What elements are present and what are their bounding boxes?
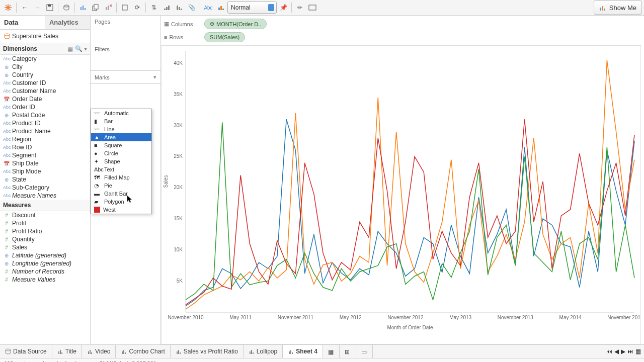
field-longitude-generated-[interactable]: ⊕Longitude (generated)	[0, 259, 90, 267]
tab-icon	[176, 348, 182, 354]
field-profit-ratio[interactable]: #Profit Ratio	[0, 227, 90, 235]
save-icon[interactable]	[44, 2, 56, 14]
svg-rect-19	[177, 6, 178, 10]
field-product-name[interactable]: AbcProduct Name	[0, 127, 90, 135]
field-postal-code[interactable]: ⊕Postal Code	[0, 111, 90, 119]
field-quantity[interactable]: #Quantity	[0, 235, 90, 243]
datasource-item[interactable]: Superstore Sales	[0, 30, 90, 43]
sort-asc-icon[interactable]	[160, 2, 173, 14]
new-worksheet-icon[interactable]	[77, 2, 89, 14]
field-customer-id[interactable]: AbcCustomer ID	[0, 79, 90, 87]
field-city[interactable]: ⊕City	[0, 63, 90, 71]
last-tab-icon[interactable]: ⏭	[627, 348, 633, 355]
new-sheet-button[interactable]: ▦	[323, 345, 340, 358]
presentation-icon[interactable]	[306, 2, 318, 14]
sheet-tab-combo-chart[interactable]: Combo Chart	[116, 345, 170, 358]
tab-icon	[5, 348, 11, 354]
tab-data[interactable]: Data	[0, 16, 45, 29]
duplicate-sheet-icon[interactable]	[90, 2, 102, 14]
viz-area: ▦Columns ⊕MONTH(Order D.. ≡Rows SUM(Sale…	[161, 16, 644, 344]
field-sub-category[interactable]: AbcSub-Category	[0, 184, 90, 192]
tab-grid-icon[interactable]: ▦	[635, 348, 641, 355]
field-order-id[interactable]: AbcOrder ID	[0, 103, 90, 111]
field-row-id[interactable]: AbcRow ID	[0, 143, 90, 151]
back-icon[interactable]: ←	[19, 2, 31, 14]
field-country[interactable]: ⊕Country	[0, 71, 90, 79]
new-story-button[interactable]: ▭	[356, 345, 373, 358]
field-customer-name[interactable]: AbcCustomer Name	[0, 87, 90, 95]
filters-shelf[interactable]: Filters	[91, 43, 160, 55]
marks-option-polygon[interactable]: ▰Polygon	[91, 198, 151, 206]
svg-rect-7	[80, 7, 82, 10]
autoupdate-icon[interactable]	[119, 2, 131, 14]
pin-icon[interactable]: 📌	[277, 2, 289, 14]
marks-option-pie[interactable]: ◔Pie	[91, 182, 151, 190]
run-icon[interactable]: ⟳	[131, 2, 143, 14]
field-state[interactable]: ⊕State	[0, 175, 90, 184]
marks-option-circle[interactable]: ●Circle	[91, 149, 151, 157]
swap-icon[interactable]: ⇅	[148, 2, 160, 14]
field-segment[interactable]: AbcSegment	[0, 151, 90, 159]
sheet-tab-sheet-4[interactable]: Sheet 4	[283, 345, 323, 358]
sort-desc-icon[interactable]	[173, 2, 185, 14]
tableau-logo-icon[interactable]	[2, 2, 14, 14]
sheet-tab-sales-vs-profit-ratio[interactable]: Sales vs Profit Ratio	[171, 345, 244, 358]
svg-rect-53	[60, 350, 61, 354]
sheet-tab-video[interactable]: Video	[82, 345, 116, 358]
marks-option-square[interactable]: ■Square	[91, 141, 151, 149]
rows-pill[interactable]: SUM(Sales)	[204, 32, 245, 42]
tab-nav: ⏮ ◀ ▶ ⏭ ▦	[603, 345, 644, 358]
marks-option-filled-map[interactable]: 🗺Filled Map	[91, 173, 151, 182]
region-west-chip[interactable]: West	[91, 206, 151, 214]
marks-option-line[interactable]: 〰Line	[91, 125, 151, 133]
group-icon[interactable]: 📎	[186, 2, 198, 14]
marks-option-shape[interactable]: ✦Shape	[91, 157, 151, 165]
columns-pill[interactable]: ⊕MONTH(Order D..	[204, 19, 267, 29]
forward-icon[interactable]: →	[31, 2, 43, 14]
prev-tab-icon[interactable]: ◀	[614, 348, 619, 355]
sheet-tab-data-source[interactable]: Data Source	[0, 345, 52, 358]
sheet-tab-lollipop[interactable]: Lollipop	[244, 345, 283, 358]
marks-shelf-header[interactable]: Marks▾	[91, 71, 160, 84]
svg-text:November 2010: November 2010	[168, 315, 204, 320]
sheet-tab-title[interactable]: Title	[52, 345, 82, 358]
field-ship-mode[interactable]: AbcShip Mode	[0, 167, 90, 175]
highlight-icon[interactable]: ✏	[294, 2, 306, 14]
new-dashboard-button[interactable]: ⊞	[340, 345, 356, 358]
field-region[interactable]: AbcRegion	[0, 135, 90, 143]
svg-rect-52	[58, 351, 59, 354]
marks-option-gantt-bar[interactable]: ▬Gantt Bar	[91, 190, 151, 198]
show-me-label: Show Me	[609, 4, 636, 12]
show-me-button[interactable]: Show Me	[594, 1, 642, 15]
marks-option-automatic[interactable]: 〰Automatic	[91, 109, 151, 117]
field-profit[interactable]: #Profit	[0, 219, 90, 227]
text-icon: Abc	[94, 166, 101, 172]
svg-rect-65	[251, 350, 252, 354]
field-latitude-generated-[interactable]: ⊕Latitude (generated)	[0, 251, 90, 259]
svg-text:Month of Order Date: Month of Order Date	[387, 325, 433, 330]
next-tab-icon[interactable]: ▶	[621, 348, 625, 355]
tab-analytics[interactable]: Analytics	[45, 16, 90, 29]
field-measure-values[interactable]: #Measure Values	[0, 276, 90, 284]
clear-sheet-icon[interactable]: ✕	[102, 2, 114, 14]
field-product-id[interactable]: AbcProduct ID	[0, 119, 90, 127]
field-ship-date[interactable]: 📅Ship Date	[0, 159, 90, 167]
new-datasource-icon[interactable]	[60, 2, 72, 14]
aggregate-icon[interactable]	[215, 2, 227, 14]
field-sales[interactable]: #Sales	[0, 243, 90, 251]
first-tab-icon[interactable]: ⏮	[606, 348, 612, 355]
field-order-date[interactable]: 📅Order Date	[0, 95, 90, 103]
marks-option-bar[interactable]: ▮Bar	[91, 117, 151, 125]
labels-icon[interactable]: Abc	[202, 2, 214, 14]
new-story-icon: ▭	[361, 348, 367, 354]
chart-canvas[interactable]: 5K10K15K20K25K30K35K40KNovember 2010May …	[161, 45, 641, 344]
field-number-of-records[interactable]: #Number of Records	[0, 267, 90, 276]
field-discount[interactable]: #Discount	[0, 211, 90, 219]
field-measure-names[interactable]: AbcMeasure Names	[0, 192, 90, 200]
marks-option-area[interactable]: ▲Area	[91, 133, 151, 141]
field-category[interactable]: AbcCategory	[0, 55, 90, 63]
svg-rect-16	[164, 9, 166, 10]
marks-option-text[interactable]: AbcText	[91, 165, 151, 173]
pages-shelf[interactable]: Pages	[91, 16, 160, 28]
fit-selector[interactable]: Normal	[227, 2, 277, 14]
